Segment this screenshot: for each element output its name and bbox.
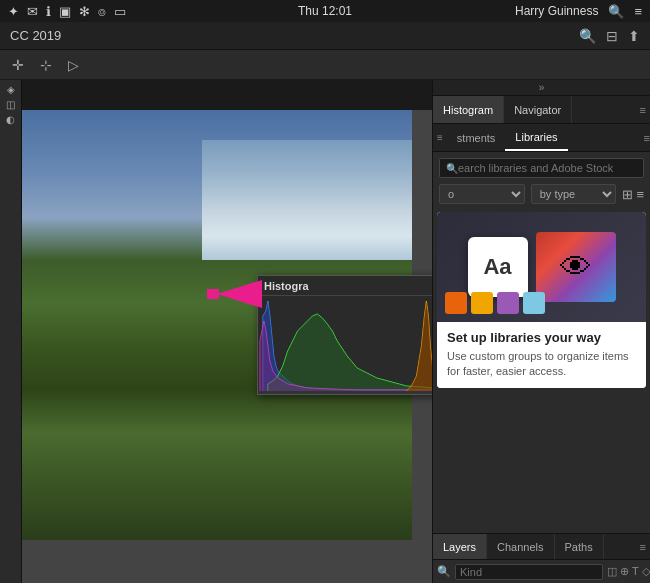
- canvas-dark-top: [22, 80, 432, 110]
- time-display: Thu 12:01: [298, 4, 352, 18]
- search-icon-sm: 🔍: [446, 163, 458, 174]
- svg-marker-1: [217, 280, 262, 308]
- histogram-navigator-tabs: Histogram Navigator ≡: [433, 96, 650, 124]
- panel-top-right: ≡: [640, 104, 650, 116]
- layer-type-icon[interactable]: T: [632, 565, 639, 578]
- main-layout: ◈ ◫ ◐ Histogra ≡ ⚠: [0, 80, 650, 583]
- color-swatch-blue: [523, 292, 545, 314]
- tab-adjustments[interactable]: stments: [447, 124, 506, 151]
- layer-pixel-icon[interactable]: ◫: [607, 565, 617, 578]
- tab-layers[interactable]: Layers: [433, 534, 487, 559]
- menu-bar: ✦ ✉ ℹ ▣ ✻ ⌾ ▭ Thu 12:01 Harry Guinness 🔍…: [0, 0, 650, 22]
- bluetooth-icon: ✻: [79, 4, 90, 19]
- dropbox-icon: ✦: [8, 4, 19, 19]
- promo-color-swatches: [445, 292, 545, 314]
- toolbar: ✛ ⊹ ▷: [0, 50, 650, 80]
- tab-channels[interactable]: Channels: [487, 534, 554, 559]
- camera-tool[interactable]: ▷: [64, 55, 83, 75]
- app-title: CC 2019: [10, 28, 61, 43]
- window-arrange-icon[interactable]: ⊟: [606, 28, 618, 44]
- libraries-panel-menu[interactable]: ≡: [644, 132, 650, 144]
- promo-eye-image: 👁: [536, 232, 616, 302]
- tool-1[interactable]: ◈: [7, 84, 15, 95]
- histogram-popup: Histogra ≡ ⚠: [257, 275, 432, 395]
- promo-title: Set up libraries your way: [447, 330, 636, 345]
- tab-navigator[interactable]: Navigator: [504, 96, 572, 123]
- spotlight-icon[interactable]: 🔍: [608, 4, 624, 19]
- grid-view-icon[interactable]: ⊞: [622, 187, 633, 202]
- layers-channels-paths-tabs: Layers Channels Paths ≡: [433, 533, 650, 559]
- tool-3[interactable]: ◐: [6, 114, 15, 125]
- tool-panel: ◈ ◫ ◐: [0, 80, 22, 583]
- histogram-popup-title: Histogra: [264, 280, 309, 292]
- promo-font-card: Aa: [468, 237, 528, 297]
- menu-bar-right: Harry Guinness 🔍 ≡: [515, 4, 642, 19]
- tab-libraries[interactable]: Libraries: [505, 124, 567, 151]
- eye-emoji: 👁: [560, 249, 592, 286]
- username-display: Harry Guinness: [515, 4, 598, 18]
- wifi-icon: ⌾: [98, 4, 106, 19]
- color-swatch-purple: [497, 292, 519, 314]
- battery-icon: ▭: [114, 4, 126, 19]
- color-swatch-orange: [445, 292, 467, 314]
- tool-2[interactable]: ◫: [6, 99, 15, 110]
- layers-search-input[interactable]: [455, 564, 603, 580]
- menu-bar-center: Thu 12:01: [298, 4, 352, 18]
- marquee-tool[interactable]: ⊹: [36, 55, 56, 75]
- library-filter-select-2[interactable]: by type: [531, 184, 617, 204]
- promo-text-area: Set up libraries your way Use custom gro…: [437, 322, 646, 388]
- search-icon[interactable]: 🔍: [579, 28, 596, 44]
- menu-bar-left-icons: ✦ ✉ ℹ ▣ ✻ ⌾ ▭: [8, 4, 126, 19]
- histogram-popup-titlebar: Histogra ≡: [258, 276, 432, 296]
- histogram-svg: [258, 296, 432, 391]
- right-panel: » Histogram Navigator ≡ ≡ stments Librar…: [432, 80, 650, 583]
- tab-paths[interactable]: Paths: [555, 534, 604, 559]
- libraries-search-bar[interactable]: 🔍: [439, 158, 644, 178]
- canvas-area: Histogra ≡ ⚠: [22, 80, 432, 583]
- share-icon[interactable]: ⬆: [628, 28, 640, 44]
- move-tool[interactable]: ✛: [8, 55, 28, 75]
- histogram-chart: ⚠: [258, 296, 432, 391]
- promo-description: Use custom groups to organize items for …: [447, 349, 636, 380]
- layers-panel-menu[interactable]: ≡: [636, 541, 650, 553]
- view-toggle-icons: ⊞ ≡: [622, 187, 644, 202]
- svg-rect-2: [207, 289, 219, 299]
- list-view-icon[interactable]: ≡: [636, 187, 644, 202]
- mail-icon: ✉: [27, 4, 38, 19]
- promo-image: Aa 👁: [437, 212, 646, 322]
- panel-mid-left-icon: ≡: [433, 132, 447, 143]
- control-center-icon[interactable]: ≡: [634, 4, 642, 19]
- library-filter-select-1[interactable]: o: [439, 184, 525, 204]
- color-swatch-yellow: [471, 292, 493, 314]
- tab-histogram[interactable]: Histogram: [433, 96, 504, 123]
- bluetooth-headset-icon: ▣: [59, 4, 71, 19]
- sky-area: [202, 140, 412, 260]
- app-title-bar: CC 2019 🔍 ⊟ ⬆: [0, 22, 650, 50]
- libraries-promo-card: Aa 👁 Set up libraries your way Use custo…: [437, 212, 646, 388]
- collapse-right-icon[interactable]: »: [539, 82, 545, 93]
- filter-row: o by type ⊞ ≡: [433, 184, 650, 208]
- adjustments-libraries-tabs: ≡ stments Libraries ≡: [433, 124, 650, 152]
- layers-type-icons: ◫ ⊕ T ◇: [607, 565, 650, 578]
- layers-search-icon: 🔍: [437, 565, 451, 578]
- panel-top-collapse: »: [433, 80, 650, 96]
- histogram-panel-menu[interactable]: ≡: [640, 104, 646, 116]
- libraries-content: 🔍 o by type ⊞ ≡ Aa: [433, 152, 650, 533]
- layers-search-bar: 🔍 ◫ ⊕ T ◇: [433, 559, 650, 583]
- histogram-arrow: [207, 280, 262, 308]
- layer-shape-icon[interactable]: ◇: [642, 565, 650, 578]
- layer-adjust-icon[interactable]: ⊕: [620, 565, 629, 578]
- libraries-search-input[interactable]: [458, 162, 637, 174]
- info-icon: ℹ: [46, 4, 51, 19]
